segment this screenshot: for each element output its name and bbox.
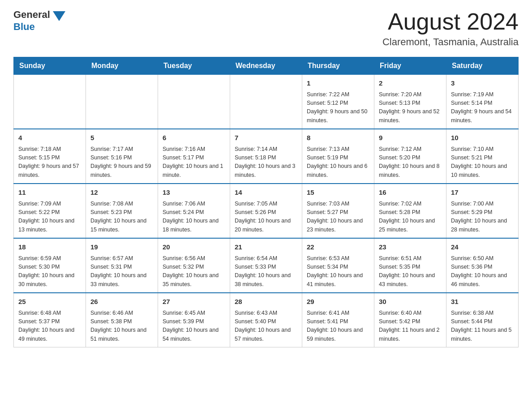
day-number: 10 (451, 133, 514, 143)
day-number: 15 (307, 188, 369, 198)
day-number: 22 (307, 242, 369, 253)
day-info: Sunrise: 6:40 AM Sunset: 5:42 PM Dayligh… (379, 309, 442, 344)
calendar-day-cell (14, 75, 86, 129)
day-info: Sunrise: 7:10 AM Sunset: 5:21 PM Dayligh… (451, 145, 514, 180)
day-number: 13 (163, 188, 225, 198)
calendar-day-cell: 12Sunrise: 7:08 AM Sunset: 5:23 PM Dayli… (86, 184, 158, 238)
calendar-day-cell: 1Sunrise: 7:22 AM Sunset: 5:12 PM Daylig… (302, 75, 374, 129)
day-number: 5 (90, 133, 153, 143)
day-number: 31 (451, 297, 514, 307)
day-of-week-header: Wednesday (230, 57, 302, 75)
day-number: 3 (451, 78, 514, 89)
day-number: 25 (18, 297, 81, 307)
calendar-day-cell: 6Sunrise: 7:16 AM Sunset: 5:17 PM Daylig… (158, 129, 230, 184)
calendar-week-row: 4Sunrise: 7:18 AM Sunset: 5:15 PM Daylig… (14, 129, 519, 184)
logo-triangle-icon (53, 11, 65, 21)
calendar-day-cell: 11Sunrise: 7:09 AM Sunset: 5:22 PM Dayli… (14, 184, 86, 238)
calendar-day-cell (230, 75, 302, 129)
day-number: 17 (451, 188, 514, 198)
day-of-week-header: Monday (86, 57, 158, 75)
day-info: Sunrise: 6:45 AM Sunset: 5:39 PM Dayligh… (163, 309, 225, 344)
calendar-week-row: 11Sunrise: 7:09 AM Sunset: 5:22 PM Dayli… (14, 184, 519, 238)
month-year-title: August 2024 (382, 9, 519, 34)
day-info: Sunrise: 7:22 AM Sunset: 5:12 PM Dayligh… (307, 90, 369, 125)
day-info: Sunrise: 6:54 AM Sunset: 5:33 PM Dayligh… (235, 254, 297, 289)
day-number: 12 (90, 188, 153, 198)
calendar-day-cell (158, 75, 230, 129)
calendar-day-cell: 15Sunrise: 7:03 AM Sunset: 5:27 PM Dayli… (302, 184, 374, 238)
day-of-week-header: Saturday (446, 57, 519, 75)
day-info: Sunrise: 7:05 AM Sunset: 5:26 PM Dayligh… (235, 200, 297, 235)
calendar-day-cell: 9Sunrise: 7:12 AM Sunset: 5:20 PM Daylig… (374, 129, 446, 184)
day-number: 29 (307, 297, 369, 307)
day-info: Sunrise: 6:57 AM Sunset: 5:31 PM Dayligh… (90, 254, 153, 289)
calendar-day-cell: 31Sunrise: 6:38 AM Sunset: 5:44 PM Dayli… (446, 293, 519, 347)
day-number: 30 (379, 297, 442, 307)
calendar-day-cell: 7Sunrise: 7:14 AM Sunset: 5:18 PM Daylig… (230, 129, 302, 184)
calendar-week-row: 18Sunrise: 6:59 AM Sunset: 5:30 PM Dayli… (14, 238, 519, 293)
day-number: 1 (307, 78, 369, 89)
day-info: Sunrise: 6:46 AM Sunset: 5:38 PM Dayligh… (90, 309, 153, 344)
day-number: 14 (235, 188, 297, 198)
day-info: Sunrise: 6:41 AM Sunset: 5:41 PM Dayligh… (307, 309, 369, 344)
day-number: 9 (379, 133, 442, 143)
day-number: 26 (90, 297, 153, 307)
day-info: Sunrise: 7:16 AM Sunset: 5:17 PM Dayligh… (163, 145, 225, 180)
day-info: Sunrise: 6:48 AM Sunset: 5:37 PM Dayligh… (18, 309, 81, 344)
logo-blue: Blue (13, 21, 35, 32)
calendar-day-cell: 24Sunrise: 6:50 AM Sunset: 5:36 PM Dayli… (446, 238, 519, 293)
calendar-day-cell: 4Sunrise: 7:18 AM Sunset: 5:15 PM Daylig… (14, 129, 86, 184)
calendar-day-cell: 18Sunrise: 6:59 AM Sunset: 5:30 PM Dayli… (14, 238, 86, 293)
day-of-week-header: Friday (374, 57, 446, 75)
day-info: Sunrise: 6:51 AM Sunset: 5:35 PM Dayligh… (379, 254, 442, 289)
day-info: Sunrise: 7:00 AM Sunset: 5:29 PM Dayligh… (451, 200, 514, 235)
title-block: August 2024 Claremont, Tasmania, Austral… (382, 9, 519, 48)
calendar-week-row: 25Sunrise: 6:48 AM Sunset: 5:37 PM Dayli… (14, 293, 519, 347)
day-of-week-header: Tuesday (158, 57, 230, 75)
calendar-day-cell: 10Sunrise: 7:10 AM Sunset: 5:21 PM Dayli… (446, 129, 519, 184)
day-info: Sunrise: 7:08 AM Sunset: 5:23 PM Dayligh… (90, 200, 153, 235)
day-info: Sunrise: 7:14 AM Sunset: 5:18 PM Dayligh… (235, 145, 297, 180)
day-number: 2 (379, 78, 442, 89)
page-header: General Blue August 2024 Claremont, Tasm… (13, 9, 519, 48)
day-info: Sunrise: 6:56 AM Sunset: 5:32 PM Dayligh… (163, 254, 225, 289)
calendar-day-cell (86, 75, 158, 129)
calendar-day-cell: 16Sunrise: 7:02 AM Sunset: 5:28 PM Dayli… (374, 184, 446, 238)
calendar-day-cell: 29Sunrise: 6:41 AM Sunset: 5:41 PM Dayli… (302, 293, 374, 347)
day-number: 4 (18, 133, 81, 143)
day-info: Sunrise: 7:03 AM Sunset: 5:27 PM Dayligh… (307, 200, 369, 235)
calendar-day-cell: 25Sunrise: 6:48 AM Sunset: 5:37 PM Dayli… (14, 293, 86, 347)
day-info: Sunrise: 7:02 AM Sunset: 5:28 PM Dayligh… (379, 200, 442, 235)
calendar-day-cell: 5Sunrise: 7:17 AM Sunset: 5:16 PM Daylig… (86, 129, 158, 184)
calendar-day-cell: 2Sunrise: 7:20 AM Sunset: 5:13 PM Daylig… (374, 75, 446, 129)
day-number: 18 (18, 242, 81, 253)
logo-general: General (13, 9, 50, 20)
day-info: Sunrise: 7:20 AM Sunset: 5:13 PM Dayligh… (379, 90, 442, 125)
calendar-day-cell: 30Sunrise: 6:40 AM Sunset: 5:42 PM Dayli… (374, 293, 446, 347)
day-number: 8 (307, 133, 369, 143)
calendar-table: SundayMondayTuesdayWednesdayThursdayFrid… (13, 57, 519, 347)
day-number: 6 (163, 133, 225, 143)
day-number: 24 (451, 242, 514, 253)
logo: General Blue (13, 9, 65, 32)
day-info: Sunrise: 7:12 AM Sunset: 5:20 PM Dayligh… (379, 145, 442, 180)
day-number: 11 (18, 188, 81, 198)
day-number: 20 (163, 242, 225, 253)
day-info: Sunrise: 6:53 AM Sunset: 5:34 PM Dayligh… (307, 254, 369, 289)
calendar-day-cell: 28Sunrise: 6:43 AM Sunset: 5:40 PM Dayli… (230, 293, 302, 347)
day-number: 28 (235, 297, 297, 307)
calendar-week-row: 1Sunrise: 7:22 AM Sunset: 5:12 PM Daylig… (14, 75, 519, 129)
day-number: 19 (90, 242, 153, 253)
day-number: 7 (235, 133, 297, 143)
day-info: Sunrise: 6:43 AM Sunset: 5:40 PM Dayligh… (235, 309, 297, 344)
calendar-day-cell: 22Sunrise: 6:53 AM Sunset: 5:34 PM Dayli… (302, 238, 374, 293)
day-of-week-header: Thursday (302, 57, 374, 75)
calendar-day-cell: 17Sunrise: 7:00 AM Sunset: 5:29 PM Dayli… (446, 184, 519, 238)
calendar-day-cell: 8Sunrise: 7:13 AM Sunset: 5:19 PM Daylig… (302, 129, 374, 184)
day-of-week-header: Sunday (14, 57, 86, 75)
day-info: Sunrise: 7:19 AM Sunset: 5:14 PM Dayligh… (451, 90, 514, 125)
calendar-day-cell: 3Sunrise: 7:19 AM Sunset: 5:14 PM Daylig… (446, 75, 519, 129)
day-number: 23 (379, 242, 442, 253)
svg-marker-0 (53, 11, 65, 21)
logo-text: General Blue (13, 9, 65, 32)
